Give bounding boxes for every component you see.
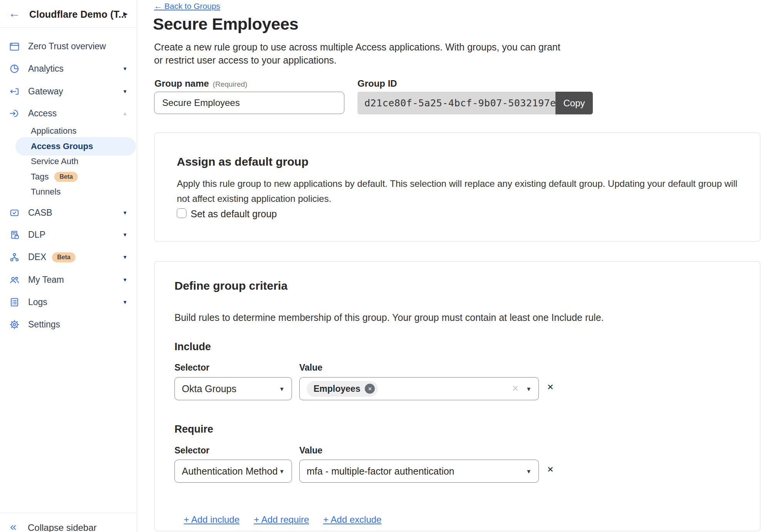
define-group-criteria-card: Define group criteria Build rules to det… — [154, 261, 760, 531]
chevron-down-icon[interactable]: ▼ — [122, 89, 127, 94]
dlp-document-lock-icon — [8, 229, 20, 240]
value-label: Value — [299, 362, 322, 373]
sidebar-item-analytics[interactable]: Analytics ▼ — [0, 60, 137, 77]
sidebar-item-access[interactable]: Access ▲ — [0, 105, 137, 122]
sidebar-item-applications[interactable]: Applications — [0, 124, 137, 138]
add-include-link[interactable]: + Add include — [184, 514, 240, 525]
access-login-icon — [8, 107, 20, 119]
include-selector-dropdown[interactable]: Okta Groups ▼ — [174, 377, 292, 400]
sidebar-item-zero-trust-overview[interactable]: Zero Trust overview — [0, 38, 137, 55]
double-chevron-left-icon: « — [10, 520, 17, 532]
chevron-down-icon[interactable]: ▼ — [122, 299, 127, 305]
set-default-group-checkbox[interactable] — [177, 208, 186, 218]
required-hint: (Required) — [213, 80, 247, 88]
chevron-right-icon[interactable]: ▶ — [123, 10, 128, 17]
group-id-label: Group ID — [357, 78, 397, 89]
selector-label: Selector — [174, 362, 210, 373]
sidebar-item-service-auth[interactable]: Service Auth — [0, 154, 137, 168]
page-description-line2: or restrict user access to your applicat… — [154, 55, 337, 66]
card-title: Define group criteria — [174, 279, 287, 292]
chevron-up-icon[interactable]: ▲ — [122, 111, 127, 116]
chevron-down-icon[interactable]: ▼ — [122, 66, 127, 72]
include-heading: Include — [174, 341, 211, 353]
group-name-input[interactable] — [154, 92, 344, 114]
group-id-value: d21ce80f-5a25-4bcf-9b07-5032197e3be8 — [357, 92, 555, 114]
include-value-multiselect[interactable]: Employees ✕ ✕ ▼ — [299, 377, 539, 400]
remove-include-rule-icon[interactable]: ✕ — [547, 383, 554, 392]
require-heading: Require — [174, 423, 213, 435]
sidebar-item-tags[interactable]: TagsBeta — [0, 169, 137, 185]
analytics-pie-icon — [8, 63, 20, 74]
team-people-icon — [8, 274, 20, 285]
chevron-down-icon[interactable]: ▼ — [122, 254, 127, 260]
card-description: Build rules to determine membership of t… — [174, 310, 738, 325]
sidebar-item-settings[interactable]: Settings — [0, 316, 137, 333]
card-title: Assign as default group — [177, 155, 309, 168]
card-description: Apply this rule group to new application… — [177, 176, 740, 206]
casb-check-icon — [8, 207, 20, 218]
chevron-down-icon: ▼ — [279, 386, 285, 392]
require-value-dropdown[interactable]: mfa - multiple-factor authentication ▼ — [299, 460, 539, 483]
page-description-line1: Create a new rule group to use across mu… — [154, 42, 560, 53]
collapse-sidebar-button[interactable]: « Collapse sidebar — [0, 518, 137, 532]
remove-require-rule-icon[interactable]: ✕ — [547, 465, 554, 474]
copy-button[interactable]: Copy — [555, 92, 593, 114]
sidebar-header: ← Cloudflare Demo (T... ▶ — [0, 0, 137, 28]
settings-gear-icon — [8, 319, 20, 330]
sidebar-item-tunnels[interactable]: Tunnels — [0, 185, 137, 199]
sidebar-item-dlp[interactable]: DLP ▼ — [0, 226, 137, 243]
sidebar-item-my-team[interactable]: My Team ▼ — [0, 271, 137, 288]
remove-tag-icon[interactable]: ✕ — [365, 384, 375, 394]
sidebar: ← Cloudflare Demo (T... ▶ Zero Trust ove… — [0, 0, 137, 532]
add-exclude-link[interactable]: + Add exclude — [323, 514, 381, 525]
assign-default-group-card: Assign as default group Apply this rule … — [154, 133, 760, 242]
require-selector-dropdown[interactable]: Authentication Method ▼ — [174, 460, 292, 483]
chevron-down-icon: ▼ — [279, 468, 285, 475]
sidebar-item-logs[interactable]: Logs ▼ — [0, 294, 137, 310]
chevron-down-icon[interactable]: ▼ — [122, 277, 127, 283]
chevron-down-icon[interactable]: ▼ — [122, 232, 127, 238]
clear-values-icon[interactable]: ✕ — [512, 384, 519, 394]
back-to-groups-link[interactable]: ← Back to Groups — [154, 2, 220, 11]
dex-network-icon — [8, 251, 20, 263]
value-tag-employees: Employees ✕ — [307, 381, 378, 397]
page-title: Secure Employees — [153, 15, 299, 34]
chevron-down-icon: ▼ — [526, 386, 532, 392]
beta-badge: Beta — [52, 252, 75, 262]
overview-window-icon — [8, 40, 20, 52]
back-arrow-icon[interactable]: ← — [8, 7, 20, 20]
sidebar-item-gateway[interactable]: Gateway ▼ — [0, 83, 137, 100]
set-default-group-label: Set as default group — [191, 208, 277, 220]
sidebar-bottom-divider — [0, 513, 137, 513]
value-label: Value — [299, 445, 322, 456]
sidebar-item-dex[interactable]: DEXBeta ▼ — [0, 248, 137, 265]
beta-badge: Beta — [54, 172, 78, 182]
chevron-down-icon: ▼ — [526, 468, 532, 475]
group-name-label: Group name(Required) — [154, 78, 247, 89]
logs-list-icon — [8, 296, 20, 308]
selector-label: Selector — [174, 445, 210, 456]
account-name[interactable]: Cloudflare Demo (T... — [29, 9, 127, 20]
gateway-icon — [8, 86, 20, 97]
sidebar-item-casb[interactable]: CASB ▼ — [0, 204, 137, 221]
sidebar-item-access-groups[interactable]: Access Groups — [15, 137, 136, 156]
chevron-down-icon[interactable]: ▼ — [122, 210, 127, 216]
zero-trust-dashboard: ← Cloudflare Demo (T... ▶ Zero Trust ove… — [0, 0, 770, 532]
add-require-link[interactable]: + Add require — [254, 514, 309, 525]
